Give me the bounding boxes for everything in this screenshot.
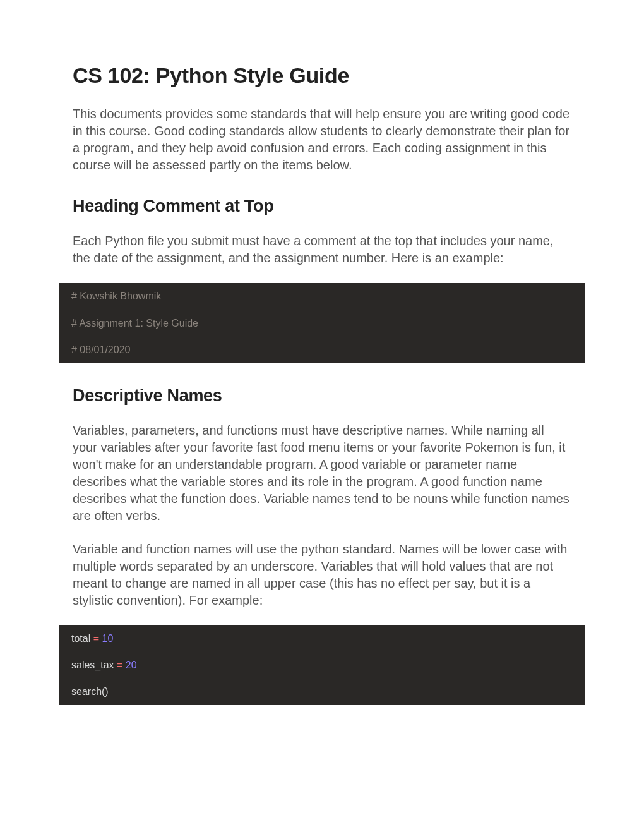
code-line: # Assignment 1: Style Guide <box>59 310 585 337</box>
code-number: 20 <box>126 660 137 670</box>
code-var: total <box>71 633 93 644</box>
code-line: # Kowshik Bhowmik <box>59 283 585 310</box>
section2-p2: Variable and function names will use the… <box>73 541 571 609</box>
code-line: total = 10 <box>59 626 585 652</box>
document-page: CS 102: Python Style Guide This document… <box>0 0 644 791</box>
code-block-heading-comment: # Kowshik Bhowmik # Assignment 1: Style … <box>59 283 585 363</box>
section2-p1: Variables, parameters, and functions mus… <box>73 422 571 524</box>
page-title: CS 102: Python Style Guide <box>73 63 571 88</box>
section-heading-comment: Heading Comment at Top <box>73 196 571 216</box>
code-line: search() <box>59 679 585 705</box>
code-operator: = <box>117 660 126 670</box>
code-number: 10 <box>102 633 113 644</box>
section1-text: Each Python file you submit must have a … <box>73 233 571 267</box>
code-line: # 08/01/2020 <box>59 337 585 363</box>
code-line: sales_tax = 20 <box>59 652 585 679</box>
code-var: sales_tax <box>71 660 117 670</box>
code-block-names: total = 10 sales_tax = 20 search() <box>59 626 585 705</box>
section-descriptive-names: Descriptive Names <box>73 386 571 406</box>
code-operator: = <box>93 633 102 644</box>
intro-paragraph: This documents provides some standards t… <box>73 106 571 174</box>
